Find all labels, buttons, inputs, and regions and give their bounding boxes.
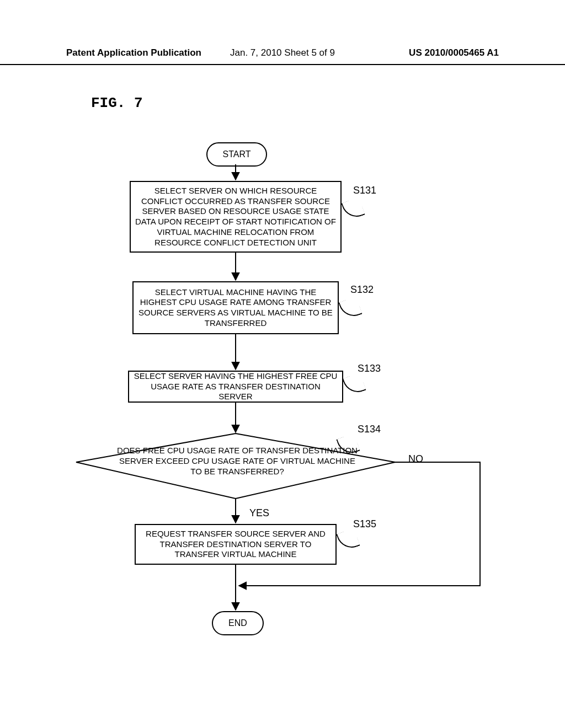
step-ref-s135: S135 [353,518,376,530]
leader-icon [342,372,366,397]
process-s133-text: SELECT SERVER HAVING THE HIGHEST FREE CP… [134,371,338,402]
step-ref-s131: S131 [353,185,376,196]
process-s132-text: SELECT VIRTUAL MACHINE HAVING THE HIGHES… [138,287,333,329]
process-s133: SELECT SERVER HAVING THE HIGHEST FREE CP… [128,371,343,403]
leader-icon [336,528,360,552]
terminator-start: START [206,142,267,167]
flow-connectors [0,0,565,728]
decision-no-label: NO [408,453,423,465]
step-ref-s132: S132 [350,284,374,296]
terminator-end-label: END [228,618,247,628]
decision-s134-text: DOES FREE CPU USAGE RATE OF TRANSFER DES… [116,446,359,477]
page-header: Patent Application Publication Jan. 7, 2… [0,47,565,65]
page: Patent Application Publication Jan. 7, 2… [0,0,565,728]
header-right: US 2010/0005465 A1 [409,47,499,58]
process-s131-text: SELECT SERVER ON WHICH RESOURCE CONFLICT… [135,186,336,248]
process-s135-text: REQUEST TRANSFER SOURCE SERVER AND TRANS… [140,529,331,560]
process-s135: REQUEST TRANSFER SOURCE SERVER AND TRANS… [135,524,337,565]
process-s131: SELECT SERVER ON WHICH RESOURCE CONFLICT… [130,181,342,253]
process-s132: SELECT VIRTUAL MACHINE HAVING THE HIGHES… [132,281,339,334]
terminator-start-label: START [223,149,251,159]
step-ref-s134: S134 [358,424,381,435]
terminator-end: END [212,611,264,635]
step-ref-s133: S133 [358,363,381,374]
figure-title: FIG. 7 [91,95,143,111]
leader-icon [338,296,363,320]
decision-yes-label: YES [249,507,269,519]
leader-icon [341,197,365,221]
